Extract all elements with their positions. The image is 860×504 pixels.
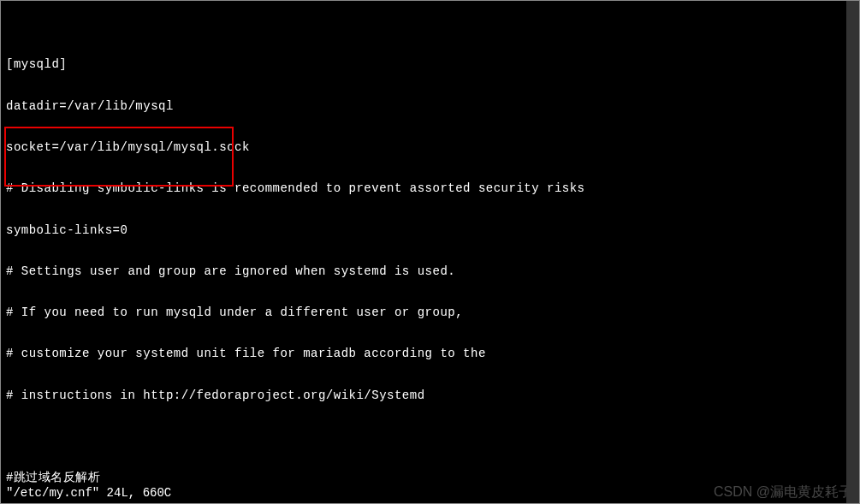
file-content: [mysqld] datadir=/var/lib/mysql socket=/… [6,30,854,504]
vim-status-line: "/etc/my.cnf" 24L, 660C [6,486,854,500]
config-line: # Disabling symbolic-links is recommende… [6,181,854,195]
config-line: # Settings user and group are ignored wh… [6,264,854,278]
config-line: socket=/var/lib/mysql/mysql.sock [6,140,854,154]
config-line: # customize your systemd unit file for m… [6,347,854,360]
config-line: symbolic-links=0 [6,223,854,237]
scrollbar-thumb[interactable] [846,1,859,503]
config-line: datadir=/var/lib/mysql [6,99,854,113]
config-line: #跳过域名反解析 [6,471,854,484]
config-line: # instructions in http://fedoraproject.o… [6,388,854,402]
scrollbar-track[interactable] [846,1,859,503]
config-line: # If you need to run mysqld under a diff… [6,305,854,319]
status-file-info: "/etc/my.cnf" 24L, 660C [6,486,171,500]
config-line: [mysqld] [6,57,854,71]
terminal-viewport[interactable]: [mysqld] datadir=/var/lib/mysql socket=/… [1,1,859,504]
config-line [6,430,854,443]
